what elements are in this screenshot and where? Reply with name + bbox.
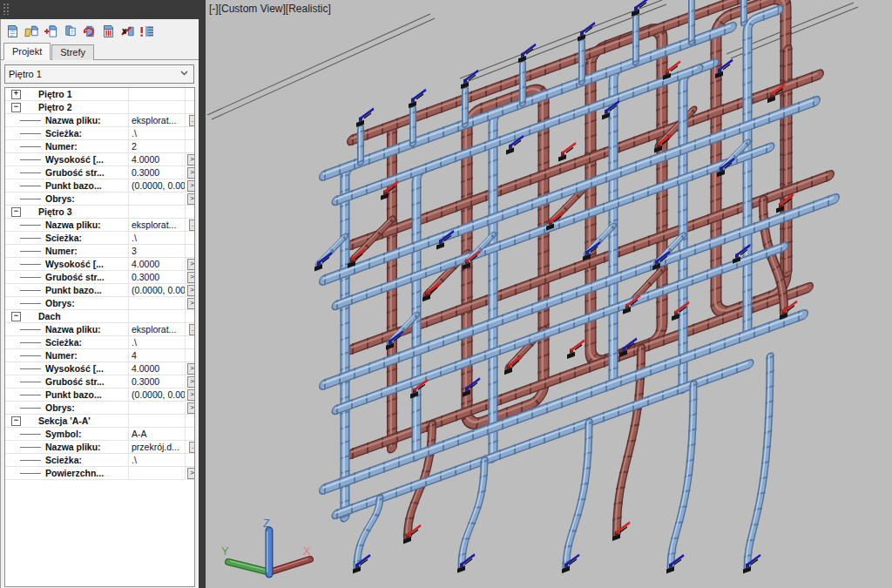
tree-section-label: Piętro 2 <box>38 102 72 113</box>
new-project-icon[interactable] <box>4 24 21 40</box>
chevron-down-icon <box>180 71 188 76</box>
browse-button[interactable]: ... <box>189 442 195 453</box>
floor-select[interactable]: Piętro 1 <box>4 64 194 84</box>
tree-property-row: Grubość str...0.3000>> <box>5 375 194 389</box>
viewport-minimize-control[interactable]: [-] <box>209 3 219 15</box>
property-label: Numer: <box>45 350 78 362</box>
ucs-axis-icon: Z Y X <box>209 517 331 585</box>
tree-property-row: Wysokość [...4.0000>> <box>5 153 194 166</box>
property-value[interactable]: (0.0000, 0.00 <box>128 179 185 192</box>
panel-separator[interactable] <box>199 0 206 588</box>
copy-document-icon[interactable] <box>62 24 78 40</box>
tree-property-row: Wysokość [...4.0000>> <box>5 362 194 375</box>
property-value[interactable]: eksplorat... <box>128 219 185 231</box>
property-label: Numer: <box>45 246 78 257</box>
property-value[interactable]: przekrój.d... <box>128 441 185 453</box>
property-value[interactable]: 4 <box>128 349 185 362</box>
property-label: Powierzchn... <box>45 468 104 479</box>
property-value[interactable]: eksplorat... <box>128 323 185 335</box>
property-value[interactable] <box>128 193 185 205</box>
property-value[interactable] <box>128 467 185 479</box>
property-value[interactable]: 4.0000 <box>128 153 185 166</box>
property-value[interactable]: 2 <box>128 140 185 152</box>
expand-value-button[interactable]: >> <box>187 259 195 270</box>
tree-expander[interactable]: − <box>11 103 21 112</box>
drag-grip-icon[interactable] <box>3 3 10 15</box>
property-value[interactable]: 4.0000 <box>128 258 185 270</box>
tree-property-row: Grubość str...0.3000>> <box>5 271 194 284</box>
property-value[interactable]: .\ <box>128 454 185 466</box>
tree-property-row: Grubość str...0.3000>> <box>5 166 194 179</box>
tree-property-row: Punkt bazo...(0.0000, 0.00>> <box>5 284 194 297</box>
viewport-view-control[interactable]: [Custom View] <box>219 3 286 15</box>
property-value[interactable]: 4.0000 <box>128 362 185 375</box>
tree-property-row: Numer:3 <box>5 245 194 258</box>
expand-value-button[interactable]: >> <box>187 272 195 283</box>
tab-strefy[interactable]: Strefy <box>51 44 94 60</box>
expand-value-button[interactable]: >> <box>187 167 195 179</box>
expand-value-button[interactable]: >> <box>187 376 195 388</box>
property-value[interactable]: .\ <box>128 232 185 244</box>
property-label: Numer: <box>45 141 78 152</box>
property-value[interactable]: A-A <box>128 428 185 440</box>
browse-button[interactable]: ... <box>189 220 195 231</box>
tree-section-header: −Dach <box>5 310 194 323</box>
tree-expander[interactable]: + <box>11 90 21 99</box>
expand-value-button[interactable]: >> <box>187 468 195 479</box>
property-value[interactable]: 0.3000 <box>128 271 185 283</box>
expand-value-button[interactable]: >> <box>187 389 195 401</box>
tree-property-row: Wysokość [...4.0000>> <box>5 258 194 271</box>
property-value[interactable]: 0.3000 <box>128 375 185 388</box>
property-value[interactable] <box>128 402 185 414</box>
tree-expander[interactable]: − <box>11 416 21 426</box>
tree-section-header: −Sekcja 'A-A' <box>5 415 194 428</box>
property-value[interactable]: 0.3000 <box>128 166 185 179</box>
property-value[interactable]: eksplorat... <box>128 114 185 126</box>
expand-value-button[interactable]: >> <box>187 180 195 192</box>
tree-property-row: Scieżka:.\ <box>5 127 194 140</box>
tree-expander[interactable]: − <box>11 312 21 321</box>
property-label: Nazwa pliku: <box>45 442 101 453</box>
expand-value-button[interactable]: >> <box>187 298 195 309</box>
error-list-icon[interactable] <box>139 24 155 40</box>
open-project-icon[interactable] <box>24 24 40 40</box>
revert-document-icon[interactable] <box>81 24 98 40</box>
property-label: Scieżka: <box>45 337 82 348</box>
property-value[interactable] <box>128 297 185 309</box>
tree-property-row: Nazwa pliku:eksplorat...... <box>5 114 194 127</box>
property-label: Nazwa pliku: <box>45 324 101 335</box>
browse-button[interactable]: ... <box>189 115 195 126</box>
property-label: Punkt bazo... <box>45 180 102 192</box>
expand-value-button[interactable]: >> <box>187 363 195 375</box>
property-value[interactable]: .\ <box>128 127 185 139</box>
expand-value-button[interactable]: >> <box>187 154 195 166</box>
property-value[interactable]: (0.0000, 0.00 <box>128 284 185 296</box>
property-label: Grubość str... <box>45 376 105 388</box>
tree-property-row: Powierzchn...>> <box>5 467 194 480</box>
tree-expander[interactable]: − <box>11 207 21 217</box>
expand-value-button[interactable]: >> <box>187 402 195 414</box>
property-value[interactable]: (0.0000, 0.00 <box>128 389 185 401</box>
3d-pipe-model <box>206 0 892 588</box>
add-document-icon[interactable] <box>43 24 59 40</box>
property-value[interactable]: .\ <box>128 336 185 348</box>
document-columns-icon[interactable] <box>100 24 117 40</box>
tab-projekt[interactable]: Projekt <box>3 43 51 60</box>
tree-property-row: Scieżka:.\ <box>5 232 194 245</box>
panel-titlebar[interactable] <box>0 0 206 19</box>
verify-drawing-icon[interactable] <box>119 24 136 40</box>
property-label: Nazwa pliku: <box>45 220 101 231</box>
expand-value-button[interactable]: >> <box>187 193 195 205</box>
browse-button[interactable]: ... <box>189 324 195 335</box>
tree-section-label: Sekcja 'A-A' <box>38 416 91 427</box>
property-value[interactable]: 3 <box>128 245 185 257</box>
tree-section-label: Dach <box>38 311 61 322</box>
property-label: Grubość str... <box>45 272 105 283</box>
property-label: Scieżka: <box>45 128 82 139</box>
axis-z-label: Z <box>263 517 270 530</box>
property-label: Punkt bazo... <box>45 285 102 296</box>
expand-value-button[interactable]: >> <box>187 285 195 296</box>
viewport-canvas[interactable]: [-] [Custom View] [Realistic] Z Y X <box>206 0 892 588</box>
viewport-style-control[interactable]: [Realistic] <box>286 3 331 15</box>
tree-property-row: Nazwa pliku:przekrój.d...... <box>5 441 194 454</box>
